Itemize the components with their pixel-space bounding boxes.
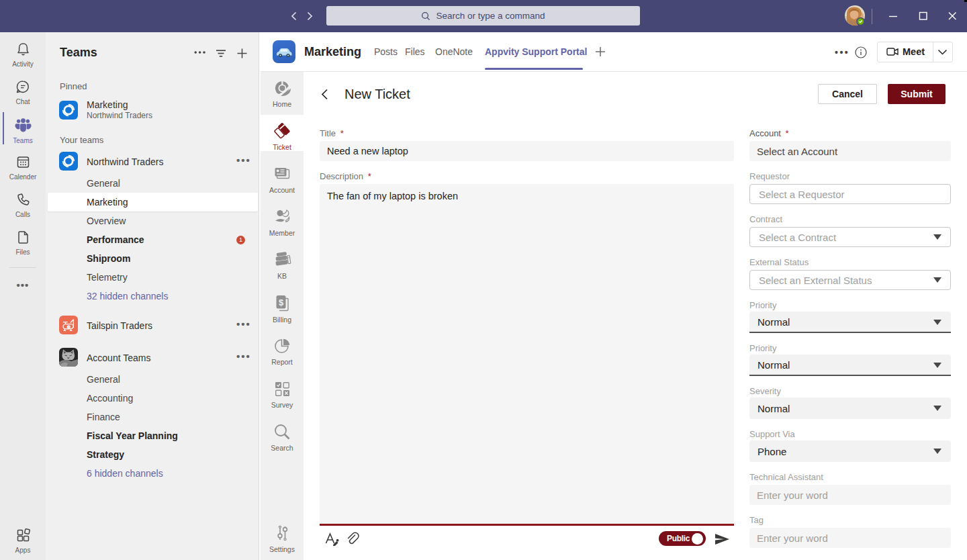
svg-text:$: $ xyxy=(278,297,283,307)
